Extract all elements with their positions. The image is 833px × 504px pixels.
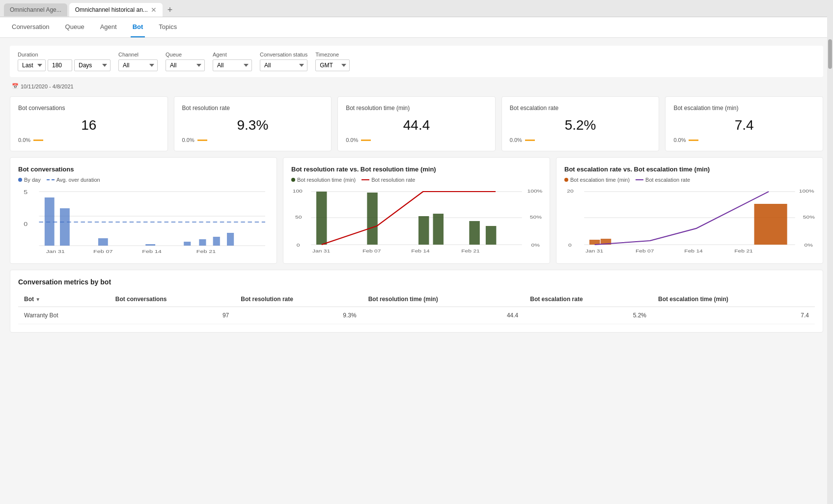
kpi-bot-conversations-title: Bot conversations	[18, 105, 160, 112]
legend-resolution-time-label: Bot resolution time (min)	[297, 177, 356, 183]
duration-prefix-select[interactable]: Last	[18, 59, 46, 71]
col-bot-resolution-rate[interactable]: Bot resolution rate	[235, 292, 362, 307]
kpi-bot-resolution-time-change: 0.0%	[346, 137, 358, 143]
conversation-status-select[interactable]: All	[260, 59, 307, 71]
svg-text:5: 5	[24, 190, 28, 195]
nav-item-bot[interactable]: Bot	[131, 17, 145, 37]
svg-rect-29	[418, 216, 429, 245]
queue-select[interactable]: All	[166, 59, 205, 71]
timezone-filter: Timezone GMT	[315, 52, 350, 71]
svg-text:100: 100	[293, 189, 303, 194]
legend-resolution-time: Bot resolution time (min)	[291, 177, 356, 183]
svg-text:50%: 50%	[803, 215, 815, 220]
kpi-bot-escalation-time-value: 7.4	[673, 117, 815, 133]
date-range-text: 10/11/2020 - 4/8/2021	[21, 84, 74, 89]
chart-escalation-title: Bot escalation rate vs. Bot escalation t…	[564, 166, 815, 173]
legend-escalation-time: Bot escalation time (min)	[564, 177, 630, 183]
chart-escalation-svg: 20 0 100% 50% 0%	[564, 187, 815, 255]
cell-bot-conversations: 97	[110, 307, 235, 324]
svg-rect-47	[754, 204, 787, 245]
svg-rect-9	[184, 242, 191, 246]
kpi-bot-escalation-time-title: Bot escalation time (min)	[673, 105, 815, 112]
tab-inactive-label: Omnichannel Age...	[10, 6, 61, 13]
legend-by-day-label: By day	[24, 177, 41, 183]
svg-text:0%: 0%	[531, 243, 540, 248]
legend-avg: Avg. over duration	[47, 177, 100, 183]
cell-bot-escalation-rate: 5.2%	[524, 307, 652, 324]
svg-rect-28	[367, 193, 377, 245]
svg-rect-12	[227, 233, 234, 246]
tab-inactive[interactable]: Omnichannel Age...	[4, 3, 67, 16]
nav-item-topics[interactable]: Topics	[157, 17, 179, 37]
svg-text:Feb 14: Feb 14	[411, 249, 430, 253]
tab-active-label: Omnichannel historical an...	[75, 6, 148, 13]
duration-number-input[interactable]	[48, 59, 72, 71]
svg-text:Feb 14: Feb 14	[684, 249, 703, 253]
svg-text:20: 20	[567, 189, 574, 194]
timezone-label: Timezone	[315, 52, 350, 57]
metrics-table: Bot ▼ Bot conversations Bot resolution r…	[18, 292, 815, 324]
kpi-bot-resolution-time-title: Bot resolution time (min)	[346, 105, 487, 112]
svg-text:50: 50	[295, 215, 302, 220]
timezone-select[interactable]: GMT	[315, 59, 350, 71]
kpi-bot-escalation-rate-title: Bot escalation rate	[510, 105, 651, 112]
nav-item-agent[interactable]: Agent	[98, 17, 119, 37]
svg-text:0: 0	[568, 243, 572, 248]
chart-bot-conversations-area: 5 0	[18, 187, 269, 255]
svg-rect-5	[45, 197, 55, 246]
svg-rect-7	[98, 238, 108, 246]
legend-escalation-time-dot	[564, 178, 568, 182]
svg-text:Jan 31: Jan 31	[46, 249, 65, 254]
cell-bot-escalation-time: 7.4	[652, 307, 815, 324]
agent-label: Agent	[213, 52, 252, 57]
legend-avg-label: Avg. over duration	[56, 177, 100, 183]
chart-escalation-area: 20 0 100% 50% 0%	[564, 187, 815, 255]
new-tab-button[interactable]: +	[165, 4, 176, 16]
scrollbar[interactable]	[827, 0, 833, 503]
conversation-status-label: Conversation status	[260, 52, 307, 57]
svg-rect-30	[433, 214, 444, 245]
chart-resolution-legend: Bot resolution time (min) Bot resolution…	[291, 177, 542, 183]
svg-text:50%: 50%	[530, 215, 542, 220]
kpi-bot-conversations-bar	[33, 140, 43, 141]
kpi-bot-resolution-rate-change: 0.0%	[182, 137, 194, 143]
chart-resolution-title: Bot resolution rate vs. Bot resolution t…	[291, 166, 542, 173]
nav-item-queue[interactable]: Queue	[63, 17, 86, 37]
channel-select[interactable]: All	[118, 59, 158, 71]
chart-row: Bot conversations By day Avg. over durat…	[10, 157, 823, 264]
kpi-bot-escalation-rate: Bot escalation rate 5.2% 0.0%	[501, 96, 660, 151]
duration-label: Duration	[18, 52, 111, 57]
svg-text:0: 0	[297, 243, 300, 248]
chart-resolution: Bot resolution rate vs. Bot resolution t…	[283, 157, 550, 264]
chart-bot-conversations-legend: By day Avg. over duration	[18, 177, 269, 183]
table-row: Warranty Bot 97 9.3% 44.4 5.2% 7.4	[18, 307, 815, 324]
col-bot-escalation-time[interactable]: Bot escalation time (min)	[652, 292, 815, 307]
svg-text:100%: 100%	[799, 189, 814, 194]
svg-text:0: 0	[24, 222, 28, 227]
svg-rect-8	[145, 244, 155, 246]
duration-unit-select[interactable]: Days Weeks Months	[74, 59, 111, 71]
filters-panel: Duration Last Days Weeks Months Channel …	[10, 46, 823, 77]
col-bot[interactable]: Bot ▼	[18, 292, 110, 307]
kpi-bot-resolution-time-value: 44.4	[346, 117, 487, 133]
col-bot-resolution-time[interactable]: Bot resolution time (min)	[362, 292, 525, 307]
legend-resolution-rate-label: Bot resolution rate	[371, 177, 415, 183]
cell-bot-name: Warranty Bot	[18, 307, 110, 324]
kpi-bot-resolution-rate-value: 9.3%	[182, 117, 324, 133]
scrollbar-thumb[interactable]	[828, 39, 832, 69]
agent-select[interactable]: All	[213, 59, 252, 71]
kpi-bot-escalation-time-change: 0.0%	[673, 137, 686, 143]
tab-active[interactable]: Omnichannel historical an... ✕	[69, 3, 163, 17]
col-bot-conversations[interactable]: Bot conversations	[110, 292, 235, 307]
kpi-bot-escalation-rate-change: 0.0%	[510, 137, 522, 143]
table-title: Conversation metrics by bot	[18, 278, 815, 286]
svg-text:Feb 21: Feb 21	[734, 249, 753, 253]
kpi-bot-resolution-rate: Bot resolution rate 9.3% 0.0%	[174, 96, 332, 151]
queue-label: Queue	[166, 52, 205, 57]
kpi-bot-resolution-rate-title: Bot resolution rate	[182, 105, 324, 112]
agent-filter: Agent All	[213, 52, 252, 71]
nav-item-conversation[interactable]: Conversation	[10, 17, 52, 37]
col-bot-escalation-rate[interactable]: Bot escalation rate	[524, 292, 652, 307]
legend-resolution-time-dot	[291, 178, 295, 182]
close-icon[interactable]: ✕	[151, 6, 157, 14]
